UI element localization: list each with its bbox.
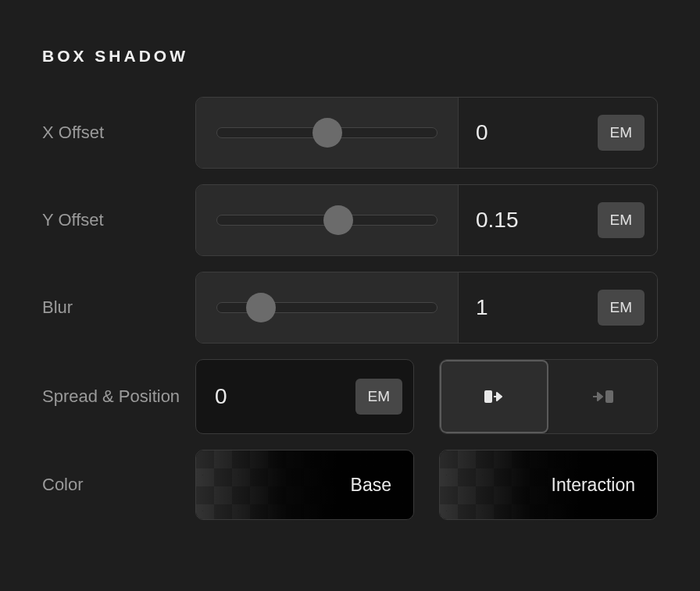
blur-unit-button[interactable]: EM xyxy=(598,290,645,326)
slider-track xyxy=(216,215,438,226)
x-offset-row: X Offset 0 EM xyxy=(42,97,658,169)
x-offset-value[interactable]: 0 xyxy=(476,120,488,145)
blur-row: Blur 1 EM xyxy=(42,272,658,344)
x-offset-control: 0 EM xyxy=(195,97,658,169)
y-offset-control: 0.15 EM xyxy=(195,184,658,256)
color-base-label: Base xyxy=(351,475,391,496)
section-title: BOX SHADOW xyxy=(42,47,658,66)
spread-position-row: Spread & Position 0 EM xyxy=(42,359,658,434)
spread-position-label: Spread & Position xyxy=(42,385,191,408)
y-offset-slider[interactable] xyxy=(196,185,459,255)
y-offset-value-cell: 0.15 EM xyxy=(459,185,657,255)
arrow-out-icon xyxy=(483,386,506,407)
arrow-in-icon xyxy=(591,386,615,407)
x-offset-unit-button[interactable]: EM xyxy=(598,115,645,151)
spread-unit-button[interactable]: EM xyxy=(355,379,403,415)
y-offset-row: Y Offset 0.15 EM xyxy=(42,184,658,256)
blur-label: Blur xyxy=(42,296,191,319)
blur-value[interactable]: 1 xyxy=(476,295,488,320)
slider-thumb[interactable] xyxy=(312,118,342,148)
position-outset-button[interactable] xyxy=(440,360,548,433)
x-offset-slider[interactable] xyxy=(196,98,459,168)
y-offset-label: Y Offset xyxy=(42,208,191,232)
position-inset-button[interactable] xyxy=(548,360,657,433)
color-base-chip[interactable]: Base xyxy=(195,450,414,520)
y-offset-unit-button[interactable]: EM xyxy=(598,202,645,238)
color-row: Color Base Interaction xyxy=(42,450,658,520)
y-offset-value[interactable]: 0.15 xyxy=(476,208,519,233)
position-toggle xyxy=(439,359,658,434)
slider-thumb[interactable] xyxy=(323,205,353,235)
svg-rect-0 xyxy=(484,390,492,403)
slider-track xyxy=(216,302,438,313)
spread-value[interactable]: 0 xyxy=(215,384,227,409)
x-offset-value-cell: 0 EM xyxy=(459,98,657,168)
slider-track xyxy=(216,127,438,138)
blur-control: 1 EM xyxy=(195,272,658,344)
blur-value-cell: 1 EM xyxy=(459,272,657,343)
slider-thumb[interactable] xyxy=(246,293,276,322)
svg-rect-1 xyxy=(605,390,613,403)
color-interaction-chip[interactable]: Interaction xyxy=(439,450,658,520)
color-label: Color xyxy=(42,473,191,497)
spread-input[interactable]: 0 EM xyxy=(195,359,414,434)
color-interaction-label: Interaction xyxy=(552,475,635,496)
blur-slider[interactable] xyxy=(196,272,459,343)
x-offset-label: X Offset xyxy=(42,121,191,144)
